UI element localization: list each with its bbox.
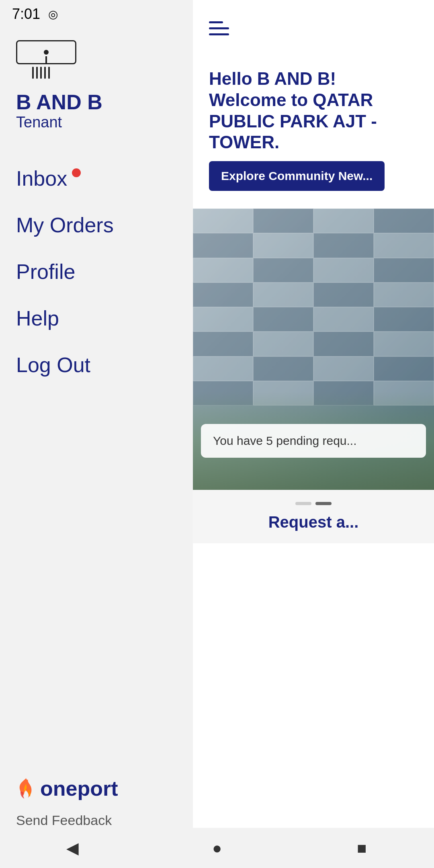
sidebar-item-log-out[interactable]: Log Out [0, 342, 193, 388]
ac-unit-icon [16, 40, 193, 79]
building-cell [253, 283, 313, 307]
sidebar-item-help[interactable]: Help [0, 295, 193, 342]
home-button[interactable]: ● [205, 836, 229, 860]
oneport-logo-text: oneport [40, 776, 118, 800]
ac-fin [36, 67, 38, 79]
recents-button[interactable]: ■ [350, 836, 374, 860]
notification-text: You have 5 pending requ... [213, 434, 357, 447]
pending-requests-notification: You have 5 pending requ... [201, 424, 426, 458]
building-cell [253, 356, 313, 381]
building-cell [374, 233, 434, 258]
building-cell [313, 258, 374, 283]
building-cell [253, 209, 313, 233]
building-cell [374, 283, 434, 307]
system-nav-bar: ◀ ● ■ [0, 828, 434, 868]
back-icon: ◀ [66, 839, 79, 857]
nav-section: Inbox My Orders Profile Help Log Out [0, 147, 193, 760]
log-out-label: Log Out [16, 353, 90, 377]
building-cell [313, 283, 374, 307]
status-icons: ◎ [48, 8, 58, 21]
flame-icon [16, 776, 36, 800]
ac-fin [40, 67, 42, 79]
ac-fin [32, 67, 34, 79]
explore-community-button[interactable]: Explore Community New... [209, 161, 385, 191]
building-cell [374, 258, 434, 283]
user-name: B AND B [16, 91, 177, 114]
notification-status-icon: ◎ [48, 8, 58, 21]
building-cell [193, 209, 253, 233]
building-cell [313, 356, 374, 381]
user-role: Tenant [16, 114, 177, 131]
building-cell [253, 307, 313, 332]
profile-label: Profile [16, 260, 75, 284]
building-cell [374, 307, 434, 332]
scroll-dot-1 [295, 502, 311, 505]
building-cell [313, 332, 374, 356]
navigation-drawer: B AND B Tenant Inbox My Orders Profile H… [0, 0, 193, 868]
hamburger-menu-button[interactable] [209, 21, 229, 35]
hamburger-line-top [209, 21, 223, 23]
hamburger-line-middle [209, 27, 229, 29]
hamburger-line-bottom [209, 33, 229, 35]
help-label: Help [16, 306, 59, 330]
scroll-indicator [209, 502, 418, 505]
sidebar-item-my-orders[interactable]: My Orders [0, 202, 193, 248]
inbox-label: Inbox [16, 166, 67, 190]
ac-fins [32, 67, 193, 79]
send-feedback-link[interactable]: Send Feedback [16, 813, 177, 828]
building-cell [313, 209, 374, 233]
main-header [193, 0, 434, 56]
building-cell [374, 209, 434, 233]
building-cell [193, 233, 253, 258]
building-cell [193, 258, 253, 283]
home-icon: ● [212, 839, 222, 857]
building-cell [253, 233, 313, 258]
my-orders-label: My Orders [16, 213, 114, 237]
main-content: Hello B AND B! Welcome to QATAR PUBLIC P… [193, 0, 434, 868]
hero-greeting: Hello B AND B! Welcome to QATAR PUBLIC P… [209, 68, 418, 153]
status-bar: 7:01 ◎ ▼ ▲ ▮ [0, 0, 193, 28]
building-cell [374, 356, 434, 381]
back-button[interactable]: ◀ [60, 836, 84, 860]
hero-text-area: Hello B AND B! Welcome to QATAR PUBLIC P… [193, 56, 434, 209]
ac-dot [44, 50, 49, 55]
oneport-logo: oneport [16, 776, 177, 800]
scroll-dot-2 [315, 502, 332, 505]
building-cell [253, 332, 313, 356]
request-button[interactable]: Request a... [209, 513, 418, 531]
building-cell [253, 258, 313, 283]
building-grid [193, 209, 434, 405]
sidebar-item-profile[interactable]: Profile [0, 248, 193, 295]
building-cell [313, 307, 374, 332]
greeting-text: Hello B AND B! Welcome to QATAR PUBLIC P… [209, 69, 377, 152]
building-cell [193, 356, 253, 381]
bottom-section: Request a... [193, 490, 434, 543]
ac-fin [48, 67, 50, 79]
user-section: B AND B Tenant [0, 91, 193, 147]
ac-fin [44, 67, 46, 79]
building-cell [193, 307, 253, 332]
building-cell [193, 332, 253, 356]
building-cell [193, 283, 253, 307]
sidebar-item-inbox[interactable]: Inbox [0, 155, 193, 202]
building-cell [374, 332, 434, 356]
recents-icon: ■ [357, 839, 366, 857]
ac-unit-body [16, 40, 76, 64]
hero-building-image: You have 5 pending requ... [193, 209, 434, 490]
status-time: 7:01 [12, 6, 40, 23]
inbox-badge [72, 168, 81, 177]
building-cell [313, 233, 374, 258]
